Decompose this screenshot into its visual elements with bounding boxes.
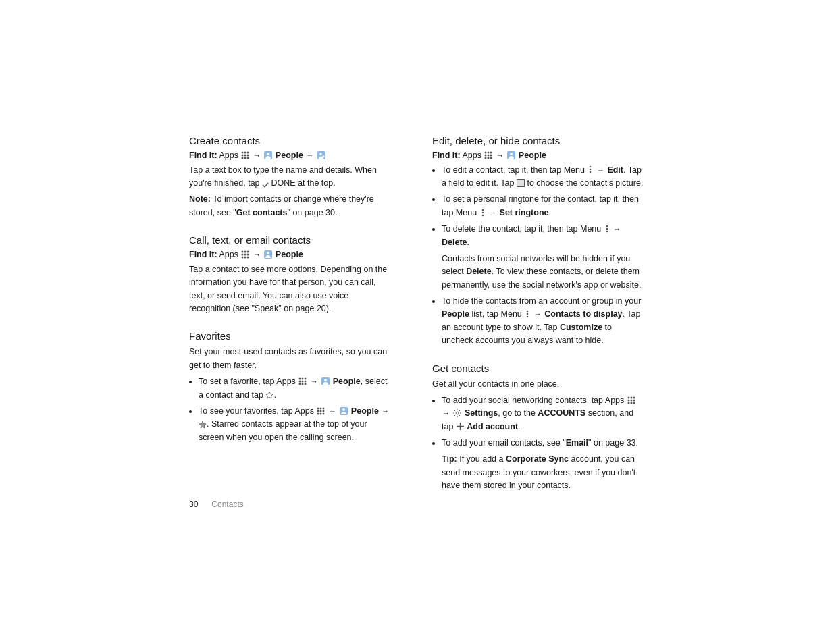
- apps-icon-1: [240, 151, 250, 160]
- get-contacts-tip: Tip: If you add a Corporate Sync account…: [442, 453, 645, 492]
- svg-point-6: [242, 157, 244, 159]
- svg-point-72: [527, 316, 529, 318]
- arrow-12: →: [442, 409, 450, 417]
- svg-point-69: [606, 231, 608, 233]
- svg-point-45: [320, 412, 322, 414]
- svg-point-80: [630, 402, 632, 404]
- svg-point-54: [488, 154, 490, 156]
- svg-point-68: [606, 228, 608, 230]
- people-label-2: People: [276, 250, 303, 259]
- menu-icon-4: [524, 309, 531, 319]
- arrow-6: →: [382, 407, 389, 415]
- arrow-3: →: [253, 250, 261, 259]
- get-contacts-section: Get contacts Get all your contacts in on…: [432, 363, 645, 493]
- apps-icon-2: [240, 250, 250, 259]
- svg-point-16: [244, 250, 246, 252]
- menu-icon-2: [479, 208, 486, 217]
- svg-point-5: [247, 154, 249, 156]
- edit-bullet-list: To edit a contact, tap it, then tap Menu…: [432, 164, 645, 249]
- page-number: 30: [189, 500, 198, 509]
- people-label-1: People: [276, 151, 303, 160]
- svg-point-26: [299, 377, 301, 379]
- arrow-1: →: [253, 151, 261, 159]
- arrow-8: →: [597, 166, 604, 174]
- arrow-11: →: [534, 310, 542, 318]
- svg-marker-37: [266, 392, 273, 398]
- favorites-section: Favorites Set your most-used contacts as…: [189, 330, 392, 444]
- favorites-bullet-1: To set a favorite, tap Apps: [199, 375, 392, 402]
- svg-point-66: [481, 214, 484, 216]
- svg-point-34: [305, 383, 307, 385]
- svg-point-50: [485, 151, 487, 153]
- svg-point-53: [485, 154, 487, 156]
- svg-point-12: [319, 153, 322, 155]
- svg-point-15: [242, 250, 244, 252]
- customize-label: Customize: [560, 323, 602, 332]
- people-label-3: People: [333, 377, 361, 386]
- svg-point-82: [456, 412, 459, 414]
- page-label: Contacts: [211, 500, 243, 509]
- svg-point-30: [302, 380, 304, 382]
- tip-label: Tip:: [442, 454, 457, 464]
- svg-point-73: [627, 396, 629, 398]
- svg-point-20: [247, 253, 249, 255]
- svg-point-19: [244, 253, 246, 255]
- svg-point-62: [590, 169, 592, 171]
- svg-point-58: [490, 157, 492, 159]
- svg-point-40: [323, 407, 325, 409]
- svg-point-51: [488, 151, 490, 153]
- svg-point-78: [633, 399, 635, 401]
- star-icon-1: [265, 390, 273, 398]
- favorites-body: Set your most-used contacts as favorites…: [189, 346, 392, 372]
- svg-point-21: [242, 256, 244, 258]
- svg-point-55: [490, 154, 492, 156]
- svg-point-32: [299, 383, 301, 385]
- apps-icon-4: [316, 406, 325, 416]
- image-icon-1: [517, 179, 525, 187]
- svg-point-36: [324, 379, 327, 381]
- edit-bullet-2: To set a personal ringtone for the conta…: [442, 193, 645, 219]
- create-contacts-find-it: Find it: Apps: [189, 151, 392, 161]
- svg-marker-49: [199, 421, 206, 428]
- delete-label-2: Delete: [466, 267, 492, 276]
- svg-point-23: [247, 256, 249, 258]
- set-ringtone-label: Set ringtone: [500, 208, 549, 217]
- svg-point-33: [302, 383, 304, 385]
- svg-point-22: [244, 256, 246, 258]
- create-contacts-title: Create contacts: [189, 135, 392, 146]
- svg-point-3: [242, 154, 244, 156]
- people-label-5: People: [519, 151, 546, 160]
- svg-point-4: [244, 154, 246, 156]
- svg-point-67: [606, 225, 608, 227]
- svg-point-48: [342, 408, 345, 411]
- edit-bullet-1: To edit a contact, tap it, then tap Menu…: [442, 164, 645, 190]
- svg-point-8: [247, 157, 249, 159]
- svg-point-10: [267, 153, 269, 155]
- settings-label: Settings: [465, 408, 498, 418]
- get-contacts-body: Get all your contacts in one place.: [432, 378, 645, 391]
- svg-point-27: [302, 377, 304, 379]
- svg-point-38: [317, 407, 319, 409]
- svg-point-76: [627, 399, 629, 401]
- people-label-6: People: [442, 309, 469, 319]
- svg-point-56: [485, 157, 487, 159]
- apps-icon-5: [484, 151, 493, 160]
- get-contacts-bullet-2: To add your email contacts, see "Email" …: [442, 437, 645, 450]
- plus-icon-1: [456, 422, 465, 431]
- svg-point-79: [627, 402, 629, 404]
- people-label-4: People: [351, 406, 379, 416]
- apps-icon-6: [627, 396, 636, 405]
- edit-delete-hide-section: Edit, delete, or hide contacts Find it: …: [432, 135, 645, 348]
- svg-point-1: [244, 151, 246, 153]
- get-contacts-bullet-1: To add your social networking contacts, …: [442, 394, 645, 433]
- people-icon-3: [321, 377, 330, 386]
- email-link: Email: [566, 438, 588, 448]
- menu-icon-1: [587, 165, 594, 174]
- svg-point-42: [320, 410, 322, 412]
- page-footer: 30 Contacts: [189, 500, 244, 509]
- arrow-4: →: [311, 377, 318, 385]
- svg-point-2: [247, 151, 249, 153]
- svg-point-77: [630, 399, 632, 401]
- call-text-email-title: Call, text, or email contacts: [189, 234, 392, 246]
- delete-label: Delete: [442, 238, 467, 247]
